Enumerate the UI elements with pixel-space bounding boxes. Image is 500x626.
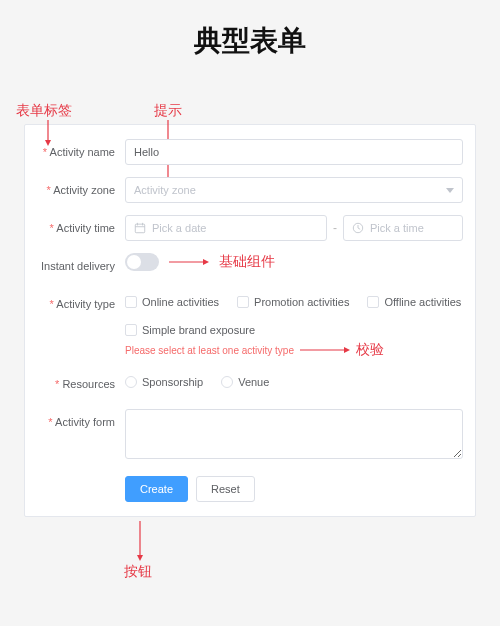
svg-rect-4 xyxy=(135,224,144,233)
range-separator: - xyxy=(333,221,337,235)
form-card: Activity name Activity zone Activity zon… xyxy=(24,124,476,517)
svg-line-10 xyxy=(358,228,360,229)
activity-zone-select[interactable]: Activity zone xyxy=(125,177,463,203)
checkbox-icon xyxy=(125,296,137,308)
clock-icon xyxy=(352,222,364,234)
row-activity-time: Activity time Pick a date - Pick a time xyxy=(37,215,463,241)
annotation-validation: 校验 xyxy=(356,341,384,359)
instant-delivery-switch[interactable] xyxy=(125,253,159,271)
activity-form-textarea[interactable] xyxy=(125,409,463,459)
error-activity-type: Please select at least one activity type xyxy=(125,345,294,356)
date-picker[interactable]: Pick a date xyxy=(125,215,327,241)
svg-marker-12 xyxy=(203,259,209,265)
arrow-right-icon xyxy=(300,346,350,354)
label-activity-name: Activity name xyxy=(37,139,125,165)
checkbox-online[interactable]: Online activities xyxy=(125,295,219,309)
form-wrap: 表单标签 提示 Activity name Activity zone Acti… xyxy=(24,124,476,517)
row-activity-form: Activity form xyxy=(37,409,463,462)
svg-marker-16 xyxy=(137,555,143,561)
time-placeholder: Pick a time xyxy=(370,216,424,240)
row-activity-zone: Activity zone Activity zone xyxy=(37,177,463,203)
label-resources: Resources xyxy=(37,371,125,397)
svg-marker-14 xyxy=(344,347,350,353)
arrow-right-icon xyxy=(169,258,209,266)
checkbox-simple-brand[interactable]: Simple brand exposure xyxy=(125,323,463,337)
page-title: 典型表单 xyxy=(0,0,500,98)
time-picker[interactable]: Pick a time xyxy=(343,215,463,241)
chevron-down-icon xyxy=(446,188,454,193)
activity-zone-placeholder: Activity zone xyxy=(134,178,196,202)
label-activity-zone: Activity zone xyxy=(37,177,125,203)
checkbox-icon xyxy=(125,324,137,336)
radio-venue[interactable]: Venue xyxy=(221,375,269,389)
create-button[interactable]: Create xyxy=(125,476,188,502)
annotation-form-label: 表单标签 xyxy=(16,102,72,120)
label-instant-delivery: Instant delivery xyxy=(37,253,125,279)
label-activity-form: Activity form xyxy=(37,409,125,435)
label-activity-type: Activity type xyxy=(37,291,125,317)
radio-icon xyxy=(221,376,233,388)
arrow-down-icon xyxy=(136,521,144,561)
checkbox-icon xyxy=(367,296,379,308)
row-resources: Resources Sponsorship Venue xyxy=(37,371,463,397)
reset-button[interactable]: Reset xyxy=(196,476,255,502)
label-activity-time: Activity time xyxy=(37,215,125,241)
row-activity-name: Activity name xyxy=(37,139,463,165)
annotation-basic-component: 基础组件 xyxy=(219,253,275,271)
row-activity-type: Activity type Online activities Promotio… xyxy=(37,291,463,359)
row-instant-delivery: Instant delivery 基础组件 xyxy=(37,253,463,279)
annotation-button: 按钮 xyxy=(124,563,152,581)
checkbox-promotion[interactable]: Promotion activities xyxy=(237,295,349,309)
row-buttons: Create Reset xyxy=(37,474,463,502)
annotation-hint: 提示 xyxy=(154,102,182,120)
radio-sponsorship[interactable]: Sponsorship xyxy=(125,375,203,389)
date-placeholder: Pick a date xyxy=(152,216,206,240)
activity-name-input[interactable] xyxy=(125,139,463,165)
checkbox-offline[interactable]: Offline activities xyxy=(367,295,461,309)
calendar-icon xyxy=(134,222,146,234)
checkbox-icon xyxy=(237,296,249,308)
radio-icon xyxy=(125,376,137,388)
